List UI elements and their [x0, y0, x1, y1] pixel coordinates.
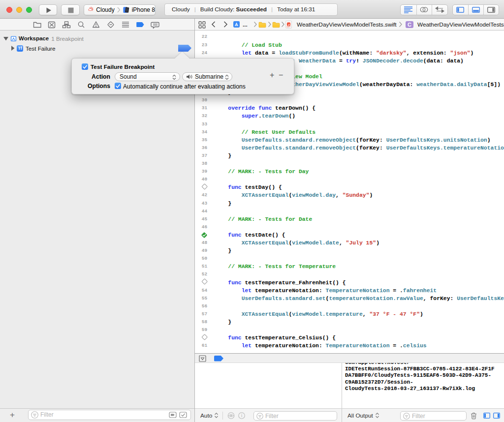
svg-text:i: i [241, 413, 243, 418]
svg-text:SWIFT: SWIFT [286, 26, 291, 28]
